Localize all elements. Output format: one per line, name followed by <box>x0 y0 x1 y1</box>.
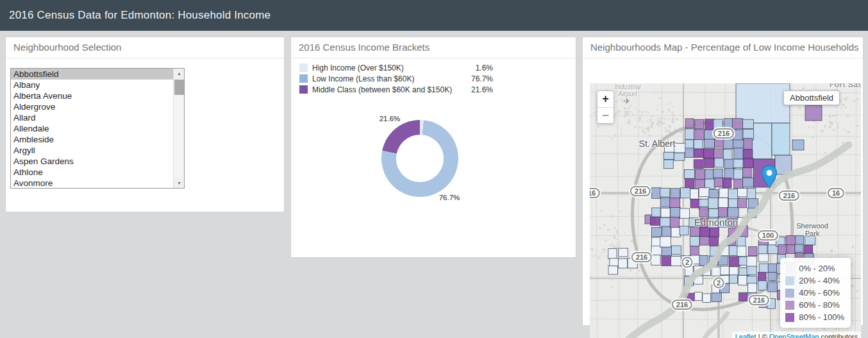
neighbourhood-polygon <box>737 246 746 257</box>
list-item[interactable]: Alberta Avenue <box>11 90 173 101</box>
neighbourhood-polygon <box>772 123 790 155</box>
leaflet-map[interactable]: ✈ Industrial AirportFort SaskSt. AlbertE… <box>590 83 861 338</box>
neighbourhood-polygon <box>736 83 790 123</box>
attribution-suffix: contributors <box>819 333 858 338</box>
map-legend-row: 80% - 100% <box>785 311 844 323</box>
list-item[interactable]: Allard <box>11 112 173 123</box>
income-chart-legend: High Income (Over $150K)1.6%Low Income (… <box>299 62 493 95</box>
zoom-out-button[interactable]: − <box>597 107 613 123</box>
neighbourhood-polygon <box>747 188 756 199</box>
neighbourhood-polygon <box>699 228 710 237</box>
highway-shield-badge: 216 <box>779 190 799 201</box>
neighbourhood-polygon <box>694 140 703 149</box>
openstreetmap-link[interactable]: OpenStreetMap <box>769 333 819 338</box>
neighbourhood-polygon <box>748 283 757 293</box>
list-item[interactable]: Aspen Gardens <box>11 156 173 167</box>
income-legend-row[interactable]: Low Income (Less than $60K)76.7% <box>299 73 493 84</box>
neighbourhood-polygon <box>694 130 705 140</box>
neighbourhood-list: AbbottsfieldAlbanyAlberta AvenueAldergro… <box>11 69 173 189</box>
neighbourhood-polygon <box>685 178 694 188</box>
neighbourhood-polygon <box>703 294 711 303</box>
neighbourhood-polygon <box>694 292 702 300</box>
neighbourhood-panel-title: Neighbourhood Selection <box>6 37 284 58</box>
neighbourhood-polygon <box>651 217 662 225</box>
highway-shield-badge: 216 <box>631 252 652 262</box>
neighbourhood-polygon <box>719 188 728 198</box>
neighbourhood-polygon <box>674 153 685 160</box>
scroll-down-arrow-icon[interactable]: ▼ <box>174 178 185 188</box>
list-item[interactable]: Albany <box>11 80 173 90</box>
income-legend-row[interactable]: High Income (Over $150K)1.6% <box>299 62 493 73</box>
map-panel-title: Neighbourhoods Map - Percentage of Low I… <box>583 37 863 58</box>
map-legend-swatch-icon <box>785 276 794 285</box>
neighbourhood-polygon <box>664 152 674 159</box>
list-item[interactable]: Ambleside <box>11 134 173 145</box>
neighbourhood-polygon <box>723 140 734 149</box>
neighbourhood-polygon <box>670 217 680 228</box>
donut-slice-label: 76.7% <box>439 194 460 201</box>
neighbourhood-polygon <box>792 140 804 150</box>
map-marker-pin[interactable] <box>761 165 778 189</box>
list-item[interactable]: Allendale <box>11 123 173 134</box>
neighbourhood-polygon <box>758 254 769 262</box>
app-header: 2016 Census Data for Edmonton: Household… <box>0 0 868 31</box>
income-legend-row[interactable]: Middle Class (between $60K and $150K)21.… <box>299 84 493 95</box>
leaflet-link[interactable]: Leaflet <box>735 333 756 338</box>
income-donut-chart[interactable] <box>381 120 458 197</box>
neighbourhood-polygon <box>695 169 705 180</box>
neighbourhood-polygon <box>660 188 670 197</box>
highway-shield-badge: 16 <box>828 188 844 198</box>
list-item[interactable]: Athlone <box>11 167 173 178</box>
highway-shield-badge: 216 <box>630 186 651 196</box>
listbox-scrollbar[interactable]: ▲ ▼ <box>173 69 184 188</box>
map-legend-label: 0% - 20% <box>799 264 835 273</box>
attribution-separator: | © <box>756 333 769 338</box>
legend-label: High Income (Over $150K) <box>312 63 404 72</box>
neighbourhood-polygon <box>733 159 743 168</box>
neighbourhood-polygon <box>758 273 767 282</box>
neighbourhood-polygon <box>684 169 694 178</box>
map-legend-label: 20% - 40% <box>799 276 840 285</box>
neighbourhood-polygon <box>695 119 704 129</box>
zoom-in-button[interactable]: + <box>597 91 613 107</box>
neighbourhood-polygon <box>662 257 672 266</box>
neighbourhood-polygon <box>758 280 767 290</box>
neighbourhood-listbox[interactable]: AbbottsfieldAlbanyAlberta AvenueAldergro… <box>10 68 185 189</box>
neighbourhood-polygon <box>661 208 670 217</box>
highway-shield-badge: 216 <box>749 295 769 305</box>
neighbourhood-polygon <box>699 207 708 217</box>
map-legend-row: 20% - 40% <box>785 275 844 287</box>
highway-shield-badge: 2 <box>682 257 693 268</box>
scrollbar-thumb[interactable] <box>174 80 184 95</box>
highway-shield-badge: 216 <box>672 300 692 310</box>
map-place-label: St. Albert <box>639 139 676 149</box>
neighbourhood-polygon <box>738 275 747 285</box>
list-item[interactable]: Argyll <box>11 145 173 156</box>
neighbourhood-polygon <box>690 227 701 237</box>
neighbourhood-polygon <box>680 208 690 218</box>
neighbourhood-polygon <box>651 246 662 256</box>
neighbourhood-polygon <box>721 266 730 275</box>
neighbourhood-polygon <box>652 228 662 237</box>
list-item[interactable]: Avonmore <box>11 178 173 189</box>
neighbourhood-polygon <box>768 282 778 292</box>
neighbourhood-polygon <box>795 244 803 253</box>
neighbourhood-polygon <box>671 208 681 218</box>
neighbourhood-polygon <box>742 178 753 187</box>
neighbourhood-polygon <box>749 247 757 256</box>
neighbourhood-polygon <box>662 247 672 256</box>
neighbourhood-polygon <box>705 158 714 167</box>
neighbourhood-polygon <box>670 198 680 208</box>
list-item[interactable]: Aldergrove <box>11 101 173 112</box>
neighbourhood-polygon <box>699 256 708 266</box>
neighbourhood-polygon <box>724 168 734 179</box>
list-item[interactable]: Abbottsfield <box>11 69 173 80</box>
legend-swatch-icon <box>299 63 308 72</box>
neighbourhood-polygon <box>786 236 796 246</box>
neighbourhood-polygon <box>734 148 744 159</box>
map-legend-row: 40% - 60% <box>785 287 844 299</box>
legend-value: 21.6% <box>471 85 493 94</box>
scroll-up-arrow-icon[interactable]: ▲ <box>174 69 185 78</box>
neighbourhood-polygon <box>660 217 671 227</box>
neighbourhood-polygon <box>759 264 769 273</box>
